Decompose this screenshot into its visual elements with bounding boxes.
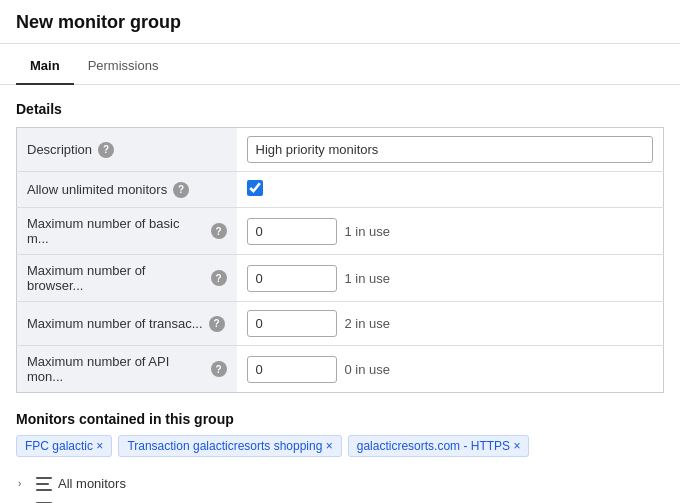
description-help-icon[interactable]: ? bbox=[98, 142, 114, 158]
allow-unlimited-value-cell bbox=[237, 172, 664, 208]
allow-unlimited-help-icon[interactable]: ? bbox=[173, 182, 189, 198]
max-basic-label: Maximum number of basic m... bbox=[27, 216, 205, 246]
max-api-input[interactable] bbox=[247, 356, 337, 383]
tab-permissions[interactable]: Permissions bbox=[74, 48, 173, 85]
max-basic-help-icon[interactable]: ? bbox=[211, 223, 227, 239]
max-api-in-use: 0 in use bbox=[345, 362, 391, 377]
max-browser-label: Maximum number of browser... bbox=[27, 263, 205, 293]
max-browser-input[interactable] bbox=[247, 265, 337, 292]
max-api-label-cell: Maximum number of API mon... ? bbox=[17, 346, 237, 393]
tab-bar: Main Permissions bbox=[0, 48, 680, 85]
max-transac-help-icon[interactable]: ? bbox=[209, 316, 225, 332]
tag-fpc-galactic[interactable]: FPC galactic × bbox=[16, 435, 112, 457]
max-browser-in-use: 1 in use bbox=[345, 271, 391, 286]
max-basic-value-cell: 1 in use bbox=[237, 208, 664, 255]
max-browser-value-cell: 1 in use bbox=[237, 255, 664, 302]
max-browser-label-cell: Maximum number of browser... ? bbox=[17, 255, 237, 302]
max-transac-input[interactable] bbox=[247, 310, 337, 337]
tab-main[interactable]: Main bbox=[16, 48, 74, 85]
tree-item-monitors-a[interactable]: › Monitors A bbox=[16, 496, 664, 503]
max-browser-help-icon[interactable]: ? bbox=[211, 270, 227, 286]
chevron-right-icon: › bbox=[18, 478, 30, 489]
tree-label-all-monitors: All monitors bbox=[58, 476, 126, 491]
max-transac-label-cell: Maximum number of transac... ? bbox=[17, 302, 237, 346]
max-transac-in-use: 2 in use bbox=[345, 316, 391, 331]
tag-row: FPC galactic × Transaction galacticresor… bbox=[16, 435, 664, 457]
tree-item-all-monitors[interactable]: › All monitors bbox=[16, 471, 664, 496]
max-api-help-icon[interactable]: ? bbox=[211, 361, 227, 377]
max-transac-value-cell: 2 in use bbox=[237, 302, 664, 346]
table-row: Allow unlimited monitors ? bbox=[17, 172, 664, 208]
main-content: Details Description ? Allow un bbox=[0, 85, 680, 503]
allow-unlimited-label: Allow unlimited monitors bbox=[27, 182, 167, 197]
table-row: Maximum number of transac... ? 2 in use bbox=[17, 302, 664, 346]
description-value-cell bbox=[237, 128, 664, 172]
monitors-section: Monitors contained in this group FPC gal… bbox=[16, 411, 664, 503]
details-table: Description ? Allow unlimited monitors ? bbox=[16, 127, 664, 393]
description-input[interactable] bbox=[247, 136, 654, 163]
details-section-title: Details bbox=[16, 101, 664, 117]
table-row: Maximum number of browser... ? 1 in use bbox=[17, 255, 664, 302]
monitors-section-title: Monitors contained in this group bbox=[16, 411, 664, 427]
max-transac-label: Maximum number of transac... bbox=[27, 316, 203, 331]
allow-unlimited-label-cell: Allow unlimited monitors ? bbox=[17, 172, 237, 208]
max-api-value-cell: 0 in use bbox=[237, 346, 664, 393]
max-basic-label-cell: Maximum number of basic m... ? bbox=[17, 208, 237, 255]
description-label-cell: Description ? bbox=[17, 128, 237, 172]
tag-galacticresorts-https[interactable]: galacticresorts.com - HTTPS × bbox=[348, 435, 530, 457]
allow-unlimited-checkbox[interactable] bbox=[247, 180, 263, 196]
page-title: New monitor group bbox=[0, 0, 680, 44]
table-row: Maximum number of basic m... ? 1 in use bbox=[17, 208, 664, 255]
max-basic-in-use: 1 in use bbox=[345, 224, 391, 239]
table-row: Maximum number of API mon... ? 0 in use bbox=[17, 346, 664, 393]
max-basic-input[interactable] bbox=[247, 218, 337, 245]
description-label: Description bbox=[27, 142, 92, 157]
max-api-label: Maximum number of API mon... bbox=[27, 354, 205, 384]
table-row: Description ? bbox=[17, 128, 664, 172]
tag-transaction-galactic[interactable]: Transaction galacticresorts shopping × bbox=[118, 435, 341, 457]
list-icon-all bbox=[36, 477, 52, 491]
